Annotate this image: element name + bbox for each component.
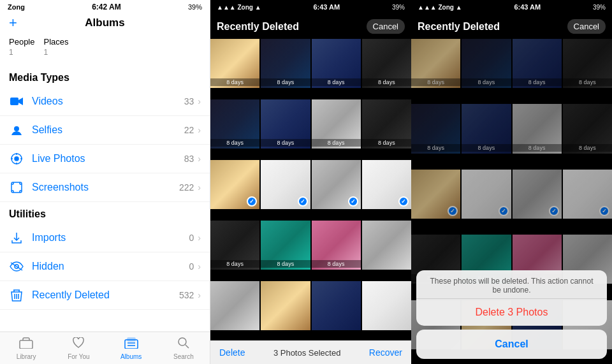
- recover-button-middle[interactable]: Recover: [369, 347, 402, 358]
- photo-cell[interactable]: [261, 281, 310, 330]
- photo-cell[interactable]: 8 days: [312, 99, 361, 149]
- videos-item[interactable]: Videos 33 ›: [0, 87, 210, 116]
- photo-day-badge: 8 days: [312, 260, 361, 268]
- screenshots-item[interactable]: Screenshots 222 ›: [0, 173, 210, 202]
- photo-cell[interactable]: 8 days: [210, 39, 259, 88]
- svg-point-4: [15, 157, 18, 161]
- carrier-right: ▲▲▲ Zong ▲: [418, 4, 462, 11]
- nav-library[interactable]: Library: [0, 336, 52, 363]
- people-item[interactable]: People 1: [9, 37, 34, 57]
- battery-right: 39%: [593, 4, 606, 11]
- video-icon: [9, 94, 24, 109]
- photo-cell[interactable]: 8 days: [362, 99, 411, 149]
- delete-button-middle[interactable]: Delete: [219, 347, 245, 358]
- photo-cell[interactable]: 8 days: [210, 99, 259, 149]
- utilities-header: Utilities: [0, 202, 210, 224]
- status-bar-middle: ▲▲▲ Zong ▲ 6:43 AM 39%: [210, 0, 411, 14]
- selected-checkmark: [348, 196, 358, 207]
- photo-day-badge: 8 days: [261, 139, 310, 147]
- carrier-middle: ▲▲▲ Zong ▲: [217, 4, 261, 11]
- screenshot-icon: [9, 180, 24, 195]
- hidden-label: Hidden: [32, 261, 189, 272]
- status-bar-left: Zong 6:42 AM 39%: [0, 0, 210, 14]
- albums-title: Albums: [9, 17, 201, 29]
- trash-icon: [9, 288, 24, 303]
- photo-cell[interactable]: 8 days: [312, 39, 361, 88]
- nav-albums[interactable]: Albums: [105, 336, 157, 363]
- svg-point-2: [14, 126, 19, 131]
- live-photo-icon: [9, 151, 24, 166]
- photo-day-badge: 8 days: [210, 139, 259, 147]
- videos-count: 33: [184, 96, 194, 106]
- live-photos-label: Live Photos: [32, 153, 184, 164]
- screenshots-chevron: ›: [198, 182, 201, 193]
- middle-panel-recently-deleted: ▲▲▲ Zong ▲ 6:43 AM 39% Recently Deleted …: [210, 0, 411, 364]
- nav-search[interactable]: Search: [157, 336, 210, 363]
- svg-line-32: [186, 345, 189, 348]
- action-sheet-box: These photos will be deleted. This actio…: [416, 270, 607, 326]
- photo-day-badge: 8 days: [362, 139, 411, 147]
- selfies-chevron: ›: [198, 125, 201, 135]
- imports-item[interactable]: Imports 0 ›: [0, 224, 210, 252]
- recently-deleted-count: 532: [179, 290, 194, 300]
- photo-cell-selected[interactable]: [261, 160, 310, 209]
- action-sheet-cancel-button[interactable]: Cancel: [416, 330, 607, 359]
- bottom-action-bar-middle: Delete 3 Photos Selected Recover: [210, 340, 411, 364]
- photo-cell[interactable]: [362, 221, 411, 270]
- recently-deleted-chevron: ›: [198, 290, 201, 300]
- photo-cell[interactable]: [312, 281, 361, 330]
- selfies-count: 22: [184, 125, 194, 135]
- time-right: 6:43 AM: [514, 3, 541, 11]
- delete-photos-button[interactable]: Delete 3 Photos: [416, 299, 607, 326]
- places-item[interactable]: Places 1: [43, 37, 68, 57]
- nav-for-you[interactable]: For You: [52, 336, 105, 363]
- photo-cell[interactable]: 8 days: [312, 221, 361, 270]
- selfies-label: Selfies: [32, 124, 184, 136]
- cancel-button-middle[interactable]: Cancel: [367, 19, 405, 34]
- photo-cell[interactable]: 8 days: [261, 39, 310, 88]
- photo-day-badge: 8 days: [261, 78, 310, 86]
- imports-chevron: ›: [198, 233, 201, 243]
- videos-label: Videos: [32, 96, 184, 107]
- places-label: Places: [43, 37, 68, 47]
- photo-cell-selected[interactable]: [312, 160, 361, 209]
- action-sheet-overlay: These photos will be deleted. This actio…: [411, 39, 612, 364]
- live-photos-count: 83: [184, 154, 194, 164]
- photo-cell-selected[interactable]: [362, 160, 411, 209]
- photo-cell[interactable]: 8 days: [210, 221, 259, 270]
- bottom-nav: Library For You Albums: [0, 331, 210, 364]
- photo-cell[interactable]: [210, 281, 259, 330]
- photo-cell[interactable]: [362, 281, 411, 330]
- selected-count-middle: 3 Photos Selected: [273, 348, 341, 358]
- albums-nav-label: Albums: [120, 353, 142, 360]
- recently-deleted-item[interactable]: Recently Deleted 532 ›: [0, 281, 210, 310]
- selected-checkmark: [247, 196, 257, 207]
- add-album-button[interactable]: +: [9, 15, 17, 31]
- photo-cell[interactable]: 8 days: [362, 39, 411, 88]
- battery-left: 39%: [188, 3, 202, 11]
- albums-panel: Zong 6:42 AM 39% + Albums People 1 Place…: [0, 0, 210, 364]
- selfies-item[interactable]: Selfies 22 ›: [0, 116, 210, 145]
- photo-day-badge: 8 days: [210, 78, 259, 86]
- photo-cell[interactable]: 8 days: [261, 221, 310, 270]
- hidden-item[interactable]: Hidden 0 ›: [0, 252, 210, 281]
- live-photos-chevron: ›: [198, 154, 201, 164]
- albums-nav-icon: [124, 337, 138, 352]
- photo-day-badge: 8 days: [312, 78, 361, 86]
- photo-grid-middle: 8 days 8 days 8 days 8 days 8 days 8 day…: [210, 39, 411, 340]
- cancel-button-right[interactable]: Cancel: [567, 19, 606, 34]
- for-you-icon: [72, 337, 85, 352]
- live-photos-item[interactable]: Live Photos 83 ›: [0, 145, 210, 173]
- places-count: 1: [43, 48, 68, 57]
- selected-checkmark: [398, 196, 409, 207]
- photo-cell[interactable]: 8 days: [261, 99, 310, 149]
- videos-chevron: ›: [198, 96, 201, 106]
- media-types-header: Media Types: [0, 66, 210, 87]
- hidden-count: 0: [189, 261, 194, 272]
- library-label: Library: [17, 353, 36, 360]
- svg-marker-1: [18, 98, 23, 105]
- hidden-icon: [9, 259, 24, 274]
- time-middle: 6:43 AM: [313, 3, 340, 11]
- selected-checkmark: [298, 196, 308, 207]
- photo-cell-selected[interactable]: [210, 160, 259, 209]
